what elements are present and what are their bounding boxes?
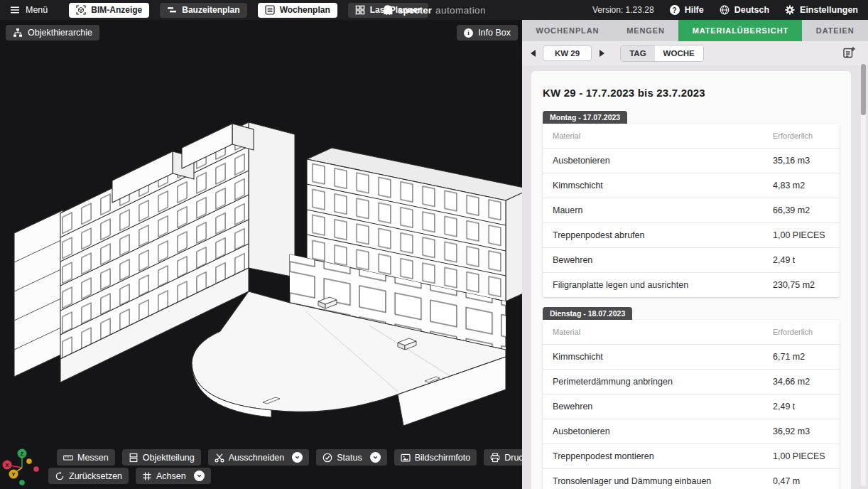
day-badge: Dienstag - 18.07.2023	[543, 307, 632, 320]
tool-label: Ausschneiden	[229, 453, 285, 463]
panel-content: KW 29 - 17.7.2023 bis 23.7.2023 Montag -…	[522, 65, 868, 489]
tool-label: Bildschirmfoto	[415, 453, 471, 463]
table-row[interactable]: Bewehren2,49 t	[543, 394, 840, 419]
material-name: Bewehren	[553, 402, 773, 412]
table-row[interactable]: Filigranplatte legen und ausrichten230,7…	[543, 272, 840, 297]
brand-suffix: automation	[435, 5, 486, 16]
language-button[interactable]: Deutsch	[720, 5, 769, 15]
tool-label: Druckvorschau	[504, 453, 522, 463]
version-label: Version: 1.23.28	[592, 5, 654, 15]
topbar-right: Version: 1.23.28 ? Hilfe Deutsch Einstel…	[592, 5, 858, 15]
tool-druckvorschau[interactable]: Druckvorschau	[484, 449, 522, 466]
material-name: Mauern	[553, 205, 773, 215]
building-model	[0, 20, 522, 489]
tool-achsen[interactable]: Achsen	[136, 468, 211, 484]
info-box-button[interactable]: i Info Box	[457, 25, 518, 41]
table-row[interactable]: Kimmschicht6,71 m2	[543, 344, 840, 369]
tool-label: Objektteilung	[143, 453, 195, 463]
material-name: Kimmschicht	[553, 352, 773, 362]
day-section: Montag - 17.07.2023MaterialErforderlichA…	[543, 110, 840, 297]
table-row[interactable]: Mauern66,39 m2	[543, 198, 840, 222]
header-material: Material	[553, 328, 773, 336]
dropdown-toggle[interactable]	[292, 452, 303, 463]
day-card: MaterialErforderlichKimmschicht6,71 m2Pe…	[543, 320, 840, 489]
toggle-woche[interactable]: WOCHE	[655, 45, 703, 61]
settings-button[interactable]: Einstellungen	[785, 5, 858, 15]
scrollbar-thumb[interactable]	[861, 64, 866, 115]
svg-text:Z: Z	[21, 451, 24, 457]
tool-objektteilung[interactable]: Objektteilung	[122, 449, 201, 466]
week-selector[interactable]: KW 29	[543, 45, 592, 61]
axes-icon	[142, 471, 152, 481]
header-required: Erforderlich	[773, 328, 830, 336]
axis-dot-neg-z	[19, 480, 25, 485]
ghost-logo-icon	[382, 4, 393, 16]
brand-name: specter	[398, 5, 432, 16]
object-hierarchy-button[interactable]: Objekthierarchie	[6, 25, 99, 41]
svg-text:Y: Y	[11, 471, 16, 478]
help-icon: ?	[670, 5, 680, 15]
side-panel: WOCHENPLANMENGENMATERIALÜBERSICHTDATEIEN…	[522, 20, 868, 489]
material-name: Filigranplatte legen und ausrichten	[553, 280, 773, 290]
svg-text:X: X	[5, 462, 9, 468]
axis-gizmo[interactable]: Z X Y	[0, 438, 44, 489]
object-hierarchy-label: Objekthierarchie	[28, 28, 92, 38]
material-required: 230,75 m2	[773, 280, 830, 290]
tab-dateien[interactable]: DATEIEN	[802, 20, 868, 41]
material-days: Montag - 17.07.2023MaterialErforderlichA…	[543, 110, 840, 489]
table-row[interactable]: Treppenpodest abrufen1,00 PIECES	[543, 222, 840, 247]
add-note-button[interactable]	[842, 46, 855, 61]
tool-messen[interactable]: Messen	[57, 449, 115, 466]
panel-subheader: KW 29 TAGWOCHE	[522, 41, 868, 65]
post-add-icon	[842, 46, 855, 59]
settings-label: Einstellungen	[800, 5, 858, 15]
material-required: 1,00 PIECES	[773, 230, 830, 240]
header-required: Erforderlich	[773, 131, 830, 140]
table-row[interactable]: Tronsolenlager und Dämmung einbauen0,47 …	[543, 468, 840, 489]
bim-icon	[76, 5, 86, 15]
material-required: 1,00 PIECES	[773, 451, 830, 461]
tool-bildschirmfoto[interactable]: Bildschirmfoto	[394, 449, 477, 466]
material-name: Ausbetonieren	[553, 156, 773, 166]
prev-week-button[interactable]	[528, 48, 538, 59]
tab-material-bersicht[interactable]: MATERIALÜBERSICHT	[678, 20, 802, 41]
bim-viewport[interactable]: Objekthierarchie i Info Box Z X Y Messen…	[0, 20, 522, 489]
material-sheet: KW 29 - 17.7.2023 bis 23.7.2023 Montag -…	[531, 71, 851, 489]
tool-zur-cksetzen[interactable]: Zurücksetzen	[48, 468, 129, 484]
material-required: 34,66 m2	[773, 377, 830, 387]
scrollbar-track[interactable]	[861, 64, 866, 486]
tab-wochenplan[interactable]: WOCHENPLAN	[522, 20, 613, 41]
ruler-icon	[63, 453, 73, 463]
dropdown-toggle[interactable]	[194, 471, 205, 481]
table-row[interactable]: Treppenpodest montieren1,00 PIECES	[543, 444, 840, 468]
next-week-button[interactable]	[597, 48, 607, 59]
table-row[interactable]: Ausbetonieren36,92 m3	[543, 419, 840, 444]
material-name: Kimmschicht	[553, 181, 773, 190]
table-row[interactable]: Ausbetonieren35,16 m3	[543, 148, 840, 173]
info-box-label: Info Box	[478, 28, 511, 38]
print-icon	[490, 453, 500, 463]
gear-icon	[785, 5, 795, 15]
dropdown-toggle[interactable]	[370, 452, 381, 463]
tab-mengen[interactable]: MENGEN	[613, 20, 678, 41]
nav-bim-anzeige[interactable]: BIM-Anzeige	[69, 3, 149, 18]
reset-icon	[55, 471, 65, 481]
menu-button[interactable]: Menü	[10, 5, 48, 15]
help-label: Hilfe	[685, 5, 704, 15]
tool-status[interactable]: Status	[316, 449, 386, 466]
table-row[interactable]: Bewehren2,49 t	[543, 247, 840, 272]
nav-bauzeitenplan[interactable]: Bauzeitenplan	[160, 3, 246, 18]
table-header: MaterialErforderlich	[543, 124, 840, 148]
toggle-tag[interactable]: TAG	[621, 45, 654, 61]
nav-wochenplan[interactable]: Wochenplan	[258, 3, 337, 18]
caret-right-icon	[600, 50, 604, 57]
header-material: Material	[553, 131, 773, 140]
tool-label: Zurücksetzen	[69, 471, 122, 481]
day-section: Dienstag - 18.07.2023MaterialErforderlic…	[543, 306, 840, 489]
material-required: 6,71 m2	[773, 352, 830, 362]
tool-label: Status	[337, 453, 362, 463]
tool-ausschneiden[interactable]: Ausschneiden	[208, 449, 310, 466]
help-button[interactable]: ? Hilfe	[670, 5, 704, 15]
table-row[interactable]: Kimmschicht4,83 m2	[543, 173, 840, 198]
table-row[interactable]: Perimeterdämmung anbringen34,66 m2	[543, 369, 840, 394]
